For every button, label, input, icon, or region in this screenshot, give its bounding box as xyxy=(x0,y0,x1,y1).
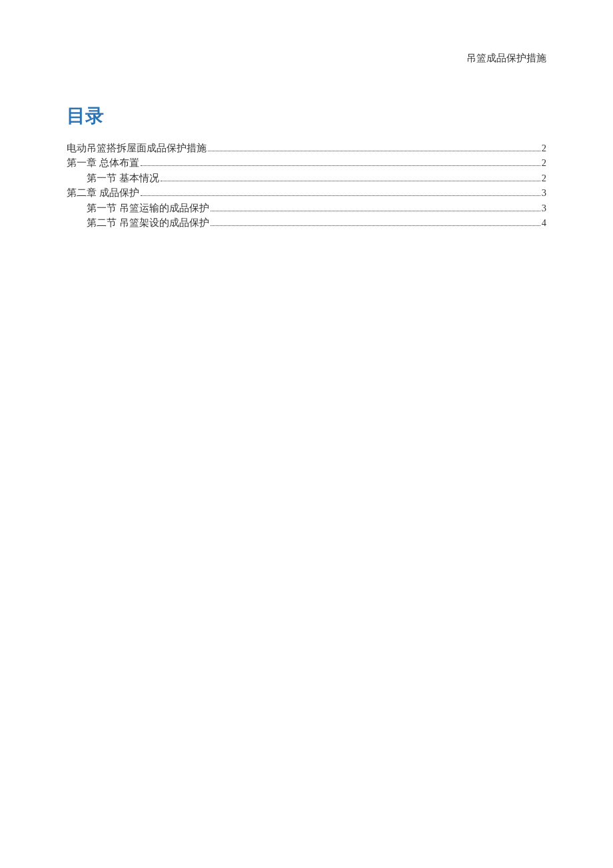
toc-entry[interactable]: 电动吊篮搭拆屋面成品保护措施2 xyxy=(67,141,546,155)
toc-entry[interactable]: 第一节 吊篮运输的成品保护3 xyxy=(67,201,546,215)
toc-title: 目录 xyxy=(67,103,546,129)
page-header: 吊篮成品保护措施 xyxy=(466,52,546,65)
toc-entry-label: 第一节 吊篮运输的成品保护 xyxy=(87,201,209,215)
toc-entry-label: 第一章 总体布置 xyxy=(67,155,139,170)
toc-list: 电动吊篮搭拆屋面成品保护措施2第一章 总体布置2第一节 基本情况2第二章 成品保… xyxy=(67,141,546,231)
toc-entry[interactable]: 第二节 吊篮架设的成品保护4 xyxy=(67,215,546,230)
toc-entry[interactable]: 第一章 总体布置2 xyxy=(67,155,546,170)
toc-entry-label: 第一节 基本情况 xyxy=(87,171,159,185)
toc-entry-label: 第二章 成品保护 xyxy=(67,185,139,200)
content-area: 目录 电动吊篮搭拆屋面成品保护措施2第一章 总体布置2第一节 基本情况2第二章 … xyxy=(67,103,546,231)
toc-entry-page: 3 xyxy=(542,201,546,215)
header-text: 吊篮成品保护措施 xyxy=(466,53,546,63)
toc-entry-page: 2 xyxy=(542,141,546,155)
toc-dots xyxy=(208,151,540,151)
toc-dots xyxy=(141,165,540,166)
toc-entry-label: 第二节 吊篮架设的成品保护 xyxy=(87,215,209,230)
toc-dots xyxy=(141,195,540,196)
toc-entry[interactable]: 第一节 基本情况2 xyxy=(67,171,546,185)
toc-dots xyxy=(211,225,540,226)
toc-entry-page: 3 xyxy=(542,185,546,200)
toc-entry-page: 2 xyxy=(542,171,546,185)
toc-entry-page: 2 xyxy=(542,155,546,170)
toc-entry-page: 4 xyxy=(542,215,546,230)
toc-entry-label: 电动吊篮搭拆屋面成品保护措施 xyxy=(67,141,207,155)
toc-entry[interactable]: 第二章 成品保护3 xyxy=(67,185,546,200)
toc-dots xyxy=(161,181,540,181)
toc-dots xyxy=(211,211,540,211)
